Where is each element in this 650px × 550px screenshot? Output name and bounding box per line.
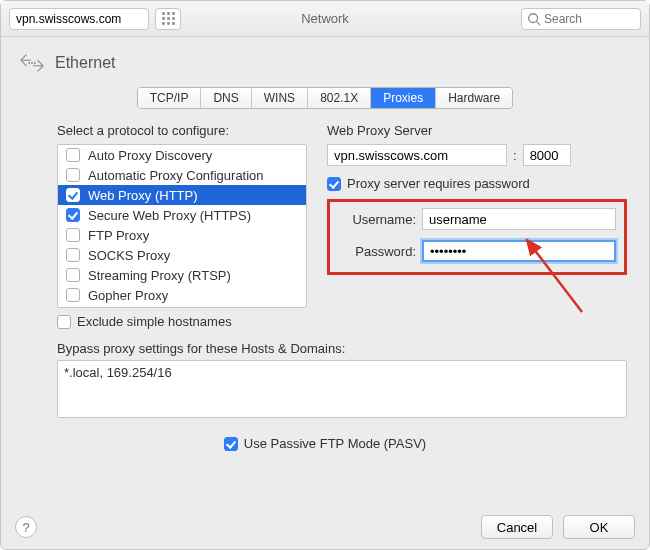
protocol-list[interactable]: Auto Proxy DiscoveryAutomatic Proxy Conf…: [57, 144, 307, 308]
protocol-label: Web Proxy (HTTP): [88, 188, 198, 203]
proxies-pane: Select a protocol to configure: Auto Pro…: [17, 123, 633, 329]
exclude-label: Exclude simple hostnames: [77, 314, 232, 329]
ethernet-icon: [19, 53, 45, 73]
service-header: Ethernet: [17, 47, 633, 85]
requires-password-label: Proxy server requires password: [347, 176, 530, 191]
protocol-label: Automatic Proxy Configuration: [88, 168, 264, 183]
exclude-checkbox[interactable]: [57, 315, 71, 329]
protocol-checkbox[interactable]: [66, 288, 80, 302]
search-wrap: [521, 8, 641, 30]
apps-button[interactable]: [155, 8, 181, 30]
bypass-section: Bypass proxy settings for these Hosts & …: [17, 329, 633, 418]
search-input[interactable]: [521, 8, 641, 30]
tabs: TCP/IPDNSWINS802.1XProxiesHardware: [17, 87, 633, 109]
password-input[interactable]: [422, 240, 616, 262]
server-row: :: [327, 144, 627, 166]
help-button[interactable]: ?: [15, 516, 37, 538]
pane-body: Ethernet TCP/IPDNSWINS802.1XProxiesHardw…: [1, 37, 649, 509]
protocol-checkbox[interactable]: [66, 148, 80, 162]
service-name: Ethernet: [55, 54, 115, 72]
bypass-textarea[interactable]: *.local, 169.254/16: [57, 360, 627, 418]
tab-hardware[interactable]: Hardware: [436, 88, 512, 108]
server-port-input[interactable]: [523, 144, 571, 166]
pasv-checkbox[interactable]: [224, 437, 238, 451]
protocol-item[interactable]: Streaming Proxy (RTSP): [58, 265, 306, 285]
protocol-checkbox[interactable]: [66, 268, 80, 282]
preferences-window: Network Ethernet TCP/IPDNSWINS802.1XProx…: [0, 0, 650, 550]
password-row: Password:: [338, 240, 616, 262]
username-input[interactable]: [422, 208, 616, 230]
bypass-label: Bypass proxy settings for these Hosts & …: [57, 341, 627, 356]
protocol-item[interactable]: Gopher Proxy: [58, 285, 306, 305]
server-separator: :: [513, 148, 517, 163]
protocol-label: SOCKS Proxy: [88, 248, 170, 263]
cancel-button[interactable]: Cancel: [481, 515, 553, 539]
requires-password-checkbox[interactable]: [327, 177, 341, 191]
tab-tcpip[interactable]: TCP/IP: [138, 88, 202, 108]
tab-segmented-control: TCP/IPDNSWINS802.1XProxiesHardware: [137, 87, 513, 109]
server-host-input[interactable]: [327, 144, 507, 166]
server-label: Web Proxy Server: [327, 123, 627, 138]
select-protocol-label: Select a protocol to configure:: [57, 123, 307, 138]
protocol-item[interactable]: Secure Web Proxy (HTTPS): [58, 205, 306, 225]
protocol-item[interactable]: Web Proxy (HTTP): [58, 185, 306, 205]
svg-point-3: [34, 62, 36, 64]
password-label: Password:: [338, 244, 416, 259]
left-column: Select a protocol to configure: Auto Pro…: [57, 123, 307, 329]
credentials-highlight: Username: Password:: [327, 199, 627, 275]
username-row: Username:: [338, 208, 616, 230]
tab-wins[interactable]: WINS: [252, 88, 308, 108]
grid-icon: [162, 12, 175, 25]
exclude-row: Exclude simple hostnames: [57, 314, 307, 329]
titlebar: Network: [1, 1, 649, 37]
protocol-item[interactable]: Auto Proxy Discovery: [58, 145, 306, 165]
footer: ? Cancel OK: [1, 509, 649, 549]
ok-button[interactable]: OK: [563, 515, 635, 539]
url-box: [9, 8, 149, 30]
protocol-item[interactable]: FTP Proxy: [58, 225, 306, 245]
protocol-label: Gopher Proxy: [88, 288, 168, 303]
svg-point-4: [28, 62, 30, 64]
protocol-label: Streaming Proxy (RTSP): [88, 268, 231, 283]
tab-8021x[interactable]: 802.1X: [308, 88, 371, 108]
right-column: Web Proxy Server : Proxy server requires…: [327, 123, 627, 329]
pasv-row: Use Passive FTP Mode (PASV): [17, 436, 633, 451]
protocol-item[interactable]: Automatic Proxy Configuration: [58, 165, 306, 185]
protocol-checkbox[interactable]: [66, 188, 80, 202]
tab-proxies[interactable]: Proxies: [371, 88, 436, 108]
protocol-item[interactable]: SOCKS Proxy: [58, 245, 306, 265]
protocol-checkbox[interactable]: [66, 228, 80, 242]
url-field[interactable]: [9, 8, 149, 30]
username-label: Username:: [338, 212, 416, 227]
protocol-label: Secure Web Proxy (HTTPS): [88, 208, 251, 223]
protocol-checkbox[interactable]: [66, 248, 80, 262]
protocol-checkbox[interactable]: [66, 168, 80, 182]
pasv-label: Use Passive FTP Mode (PASV): [244, 436, 426, 451]
svg-point-2: [31, 62, 33, 64]
protocol-checkbox[interactable]: [66, 208, 80, 222]
protocol-label: FTP Proxy: [88, 228, 149, 243]
tab-dns[interactable]: DNS: [201, 88, 251, 108]
requires-password-row: Proxy server requires password: [327, 176, 627, 191]
protocol-label: Auto Proxy Discovery: [88, 148, 212, 163]
